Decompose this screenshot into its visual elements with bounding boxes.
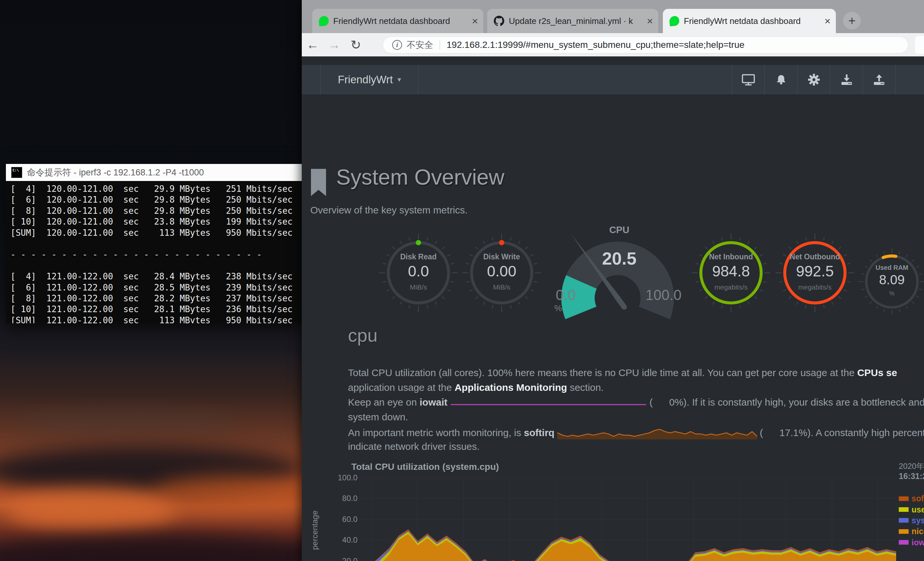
tab-label: Update r2s_lean_minimal.yml · k <box>509 16 644 26</box>
iowait-sparkline <box>450 397 647 409</box>
desktop: C:\ 命令提示符 - iperf3 -c 192.168.1.2 -P4 -t… <box>0 0 924 561</box>
terminal-titlebar[interactable]: C:\ 命令提示符 - iperf3 -c 192.168.1.2 -P4 -t… <box>6 164 302 181</box>
import-button[interactable] <box>830 65 863 95</box>
legend-swatch <box>899 518 909 523</box>
net-outbound-gauge[interactable]: Net Outbound 992.5 megabits/s <box>776 233 854 312</box>
upload-icon <box>872 74 886 86</box>
brand-dropdown[interactable]: FriendlyWrt ▾ <box>321 65 418 95</box>
legend-item-nice[interactable]: nice <box>899 526 924 537</box>
settings-button[interactable] <box>797 65 830 95</box>
gear-icon <box>807 74 820 86</box>
net-inbound-gauge[interactable]: Net Inbound 984.8 megabits/s <box>692 233 770 312</box>
monitor-button[interactable] <box>732 65 764 95</box>
gauge-label: CPU <box>554 225 685 235</box>
tab-close-icon[interactable]: × <box>647 16 653 26</box>
cloud-bottom-dark <box>0 534 334 561</box>
chart-date: 2020年3 <box>899 461 924 471</box>
page-subtitle: Overview of the key system metrics. <box>310 205 468 216</box>
disk-write-gauge[interactable]: Disk Write 0.00 MiB/s <box>462 233 541 312</box>
tab-close-icon[interactable]: × <box>472 16 478 26</box>
cpu-utilization-chart[interactable] <box>360 478 896 561</box>
help-line: system down. <box>348 412 924 426</box>
section-title-cpu: cpu <box>348 325 378 346</box>
gauge-label: Disk Write <box>462 253 541 261</box>
profile-button[interactable] <box>915 36 924 54</box>
gauge-value: 0.00 <box>462 262 541 280</box>
page-title: System Overview <box>336 165 504 190</box>
new-tab-button[interactable]: + <box>843 12 861 30</box>
chart-time: 16:31:2 <box>899 471 924 481</box>
cloud-bright-orange <box>6 489 177 531</box>
cloud-orange-streak <box>154 475 324 508</box>
legend-item-user[interactable]: user <box>899 504 924 515</box>
help-line: An important metric worth monitoring, is… <box>348 426 924 441</box>
gauge-value: 984.8 <box>692 262 770 280</box>
help-line: Total CPU utilization (all cores). 100% … <box>348 367 924 382</box>
legend-item-softirq[interactable]: softirq <box>899 493 924 504</box>
used-ram-gauge[interactable]: Used RAM 8.09 % <box>858 248 924 315</box>
help-text: application usage at the <box>348 382 454 393</box>
monitor-icon <box>741 74 756 86</box>
tab-github[interactable]: Update r2s_lean_minimal.yml · k × <box>487 9 658 33</box>
chevron-down-icon: ▾ <box>398 75 401 84</box>
netdata-favicon <box>318 16 329 27</box>
y-tick-label: 20.0 <box>315 556 357 561</box>
legend-label: nice <box>912 526 924 536</box>
gauge-value: 8.09 <box>858 272 924 287</box>
tab-strip: FriendlyWrt netdata dashboard × Update r… <box>302 0 924 33</box>
y-tick-label: 60.0 <box>315 515 357 524</box>
header-icon-group <box>732 65 896 95</box>
address-bar[interactable]: i 不安全 192.168.2.1:19999/#menu_system_sub… <box>383 36 908 53</box>
terminal-title: 命令提示符 - iperf3 -c 192.168.1.2 -P4 -t1000 <box>27 167 204 178</box>
softirq-sparkline <box>557 426 757 442</box>
legend-item-system[interactable]: system <box>899 515 924 526</box>
applications-monitoring-link[interactable]: Applications Monitoring <box>454 382 567 393</box>
gauge-label: Net Inbound <box>692 253 770 261</box>
back-icon[interactable]: ← <box>302 38 323 52</box>
bell-icon <box>775 74 788 85</box>
disk-read-gauge[interactable]: Disk Read 0.0 MiB/s <box>379 233 458 312</box>
cpu-help-text: Total CPU utilization (all cores). 100% … <box>348 367 924 459</box>
help-line: application usage at the Applications Mo… <box>348 382 924 397</box>
netdata-favicon <box>669 16 680 27</box>
help-text: section. <box>567 382 604 393</box>
gauge-min: 0.0 <box>556 287 576 303</box>
legend-swatch <box>899 529 909 534</box>
forward-icon[interactable]: → <box>323 38 345 52</box>
terminal-body[interactable]: [ 4] 120.00-121.00 sec 29.9 MBytes 251 M… <box>6 181 302 323</box>
chart-title: Total CPU utilization (system.cpu) <box>351 462 499 472</box>
cpus-link[interactable]: CPUs se <box>857 367 897 378</box>
legend-swatch <box>899 496 909 501</box>
tab-netdata-2-active[interactable]: FriendlyWrt netdata dashboard × <box>663 9 836 33</box>
cpu-gauge-dial <box>554 222 685 320</box>
help-text: Keep an eye on <box>348 397 420 408</box>
url-text[interactable]: 192.168.2.1:19999/#menu_system_submenu_c… <box>447 40 744 50</box>
alerts-button[interactable] <box>764 65 797 95</box>
tab-close-icon[interactable]: × <box>824 16 831 26</box>
github-favicon <box>494 16 504 26</box>
gauge-unit: megabits/s <box>776 283 854 291</box>
legend-item-iowait[interactable]: iowait <box>899 537 924 548</box>
legend-label: system <box>912 516 924 525</box>
y-tick-label: 80.0 <box>315 494 357 503</box>
chart-legend[interactable]: softirqusersystemniceiowait <box>899 493 924 548</box>
tab-netdata-1[interactable]: FriendlyWrt netdata dashboard × <box>312 9 483 33</box>
download-icon <box>840 74 854 86</box>
cpu-gauge[interactable]: CPU 20.5 0.0 100.0 % <box>554 222 685 320</box>
help-text: system down. <box>348 412 408 422</box>
softirq-label: softirq <box>524 427 554 438</box>
tab-label: FriendlyWrt netdata dashboard <box>684 16 821 26</box>
export-button[interactable] <box>863 65 896 95</box>
help-line: Keep an eye on iowait ( 0%). If it is co… <box>348 397 924 412</box>
security-label[interactable]: 不安全 <box>406 39 433 51</box>
netdata-page: FriendlyWrt ▾ <box>302 56 924 561</box>
y-tick-label: 40.0 <box>315 535 357 544</box>
gauge-unit: megabits/s <box>692 283 770 291</box>
bookmark-icon <box>310 169 326 196</box>
gauge-value: 992.5 <box>776 262 854 280</box>
browser-window: FriendlyWrt netdata dashboard × Update r… <box>302 0 924 561</box>
help-line: indicate network driver issues. <box>348 441 924 456</box>
info-icon[interactable]: i <box>392 40 402 50</box>
cmd-icon: C:\ <box>11 167 22 178</box>
reload-icon[interactable]: ↻ <box>345 38 367 52</box>
